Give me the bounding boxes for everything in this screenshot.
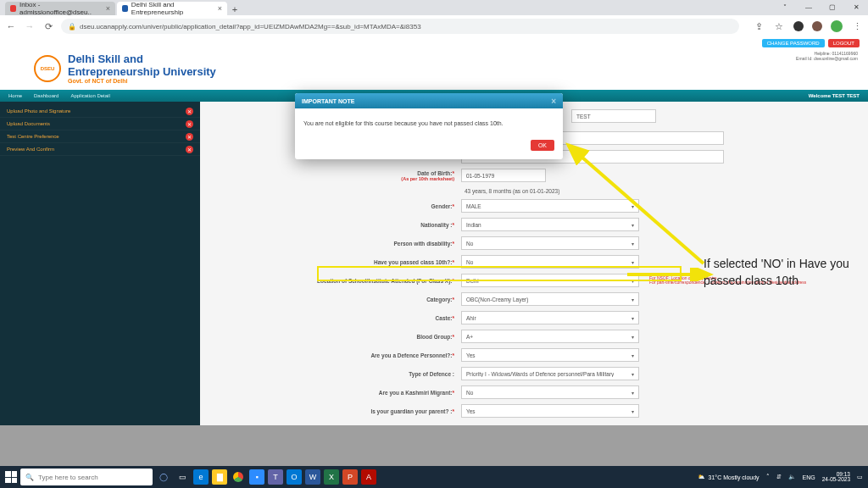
network-icon[interactable]: ⇵ [776, 474, 782, 480]
reload-button[interactable]: ⟳ [42, 21, 54, 32]
browser-tab-0[interactable]: Inbox - admissionoffice@dseu.. × [5, 2, 115, 15]
explorer-icon[interactable]: ▇ [212, 469, 227, 485]
category-select[interactable]: OBC(Non-Creamy Layer)▾ [461, 292, 639, 306]
sidebar-item-test-centre[interactable]: Test Centre Preference✕ [0, 130, 200, 143]
class10-select[interactable]: No▾ [461, 255, 639, 269]
important-note-modal: IMPORTANT NOTE × You are not eligible fo… [295, 93, 563, 159]
outlook-icon[interactable]: O [287, 469, 302, 485]
dob-label: Date of Birth:*(As per 10th marksheet) [225, 170, 454, 181]
kashmiri-label: Are you a Kashmiri Migrant:* [225, 390, 454, 396]
welcome-text: Welcome TEST TEST [809, 93, 860, 98]
notifications-icon[interactable]: ▭ [857, 474, 863, 480]
logout-button[interactable]: LOGOUT [828, 39, 860, 47]
chevron-down-icon: ▾ [632, 390, 634, 396]
blood-select[interactable]: A+▾ [461, 330, 639, 343]
chevron-down-icon: ▾ [632, 352, 634, 358]
edge-icon[interactable]: e [193, 469, 209, 485]
tab-title: Delhi Skill and Entrepreneurship [131, 1, 214, 16]
language-indicator[interactable]: ENG [803, 474, 815, 480]
deftype-label: Type of Defence : [225, 371, 454, 377]
excel-icon[interactable]: X [324, 469, 339, 485]
volume-icon[interactable]: 🔈 [788, 474, 796, 480]
back-button[interactable]: ← [5, 21, 17, 31]
class10-label: Have you passed class 10th?:* [225, 259, 454, 265]
teams-icon[interactable]: T [268, 469, 283, 485]
zoom-icon[interactable]: ▪ [249, 469, 264, 485]
ok-button[interactable]: OK [531, 140, 554, 151]
chevron-down-icon: ▾ [632, 334, 634, 340]
forward-button[interactable]: → [24, 21, 36, 31]
pwd-label: Person with disability:* [225, 241, 454, 247]
modal-close-icon[interactable]: × [551, 97, 556, 106]
badge-icon: ✕ [186, 146, 193, 153]
gender-label: Gender:* [225, 203, 454, 209]
dob-input[interactable]: 01-05-1979 [461, 169, 546, 182]
nav-application-detail[interactable]: Application Detail [70, 93, 109, 98]
chevron-down-icon: ▾ [632, 371, 634, 377]
chevron-down-icon: ▾ [632, 259, 634, 265]
badge-icon: ✕ [186, 108, 193, 115]
extension-icon[interactable] [793, 21, 804, 31]
university-subtitle: Govt. of NCT of Delhi [68, 78, 216, 84]
gender-select[interactable]: MALE▾ [461, 199, 639, 213]
sidebar-item-upload-docs[interactable]: Upload Documents✕ [0, 118, 200, 130]
kashmiri-select[interactable]: No▾ [461, 385, 639, 399]
cortana-icon[interactable]: ◯ [156, 469, 171, 485]
blood-label: Blood Group:* [225, 334, 454, 340]
search-icon: 🔍 [25, 474, 34, 481]
adobe-icon[interactable]: A [361, 469, 376, 485]
defence-select[interactable]: Yes▾ [461, 348, 639, 362]
new-tab-button[interactable]: + [229, 3, 241, 15]
url-text: dseu.ucanapply.com/univer/public/applica… [80, 23, 421, 30]
change-password-button[interactable]: CHANGE PASSWORD [762, 39, 825, 47]
caste-select[interactable]: Ahir▾ [461, 311, 639, 324]
close-button[interactable]: ✕ [844, 0, 868, 14]
nav-home[interactable]: Home [8, 93, 22, 98]
chevron-down-icon: ▾ [632, 278, 634, 284]
university-name: Delhi Skill andEntrepreneurship Universi… [68, 53, 216, 78]
browser-tab-1[interactable]: Delhi Skill and Entrepreneurship × [117, 2, 227, 15]
start-button[interactable] [5, 471, 17, 483]
clock[interactable]: 09:13 24-05-2023 [822, 472, 850, 483]
minimize-button[interactable]: — [797, 0, 821, 14]
sidebar-item-preview[interactable]: Preview And Confirm✕ [0, 143, 200, 156]
chrome-icon[interactable] [231, 469, 246, 485]
powerpoint-icon[interactable]: P [342, 469, 358, 485]
age-text: 43 years, 8 months (as on 01-01-2023) [461, 188, 559, 194]
sidebar-item-upload-photo[interactable]: Upload Photo and Signature✕ [0, 105, 200, 118]
extension-icon[interactable] [812, 21, 822, 31]
chevron-down-icon[interactable]: ˅ [773, 0, 797, 14]
name-input[interactable]: TEST [571, 109, 656, 123]
profile-avatar[interactable] [831, 20, 843, 32]
nav-dashboard[interactable]: Dashboard [34, 93, 58, 98]
taskbar-search[interactable]: 🔍 Type here to search [20, 469, 153, 485]
location-select[interactable]: Delhi▾ [461, 274, 639, 287]
word-icon[interactable]: W [305, 469, 320, 485]
site-icon [122, 5, 128, 12]
modal-header: IMPORTANT NOTE × [295, 93, 563, 108]
annotation-text: If selected 'NO' in Have you passed clas… [704, 256, 868, 289]
weather-icon: ⛅ [698, 474, 705, 480]
close-icon[interactable]: × [106, 4, 110, 13]
university-logo: DSEU [34, 55, 61, 82]
maximize-button[interactable]: ▢ [821, 0, 844, 14]
tab-title: Inbox - admissionoffice@dseu.. [19, 1, 103, 16]
chevron-down-icon: ▾ [632, 315, 634, 321]
weather-widget[interactable]: ⛅ 31°C Mostly cloudy [698, 474, 760, 480]
star-icon[interactable]: ☆ [773, 21, 785, 32]
chevron-down-icon: ▾ [632, 222, 634, 228]
modal-body: You are not eligible for this course bec… [295, 108, 563, 135]
sidebar: Upload Photo and Signature✕ Upload Docum… [0, 102, 200, 425]
chevron-down-icon: ▾ [632, 241, 634, 247]
share-icon[interactable]: ⇪ [753, 21, 765, 32]
guardian-select[interactable]: Yes▾ [461, 404, 639, 418]
badge-icon: ✕ [186, 133, 193, 141]
close-icon[interactable]: × [218, 4, 222, 13]
deftype-select[interactable]: Priority I - Widows/Wards of Defence per… [461, 367, 639, 380]
task-view-icon[interactable]: ▭ [175, 469, 190, 485]
menu-icon[interactable]: ⋮ [851, 21, 863, 32]
nationality-select[interactable]: Indian▾ [461, 218, 639, 231]
address-bar[interactable]: 🔒 dseu.ucanapply.com/univer/public/appli… [61, 19, 739, 34]
pwd-select[interactable]: No▾ [461, 236, 639, 250]
tray-chevron-icon[interactable]: ˄ [766, 474, 770, 480]
